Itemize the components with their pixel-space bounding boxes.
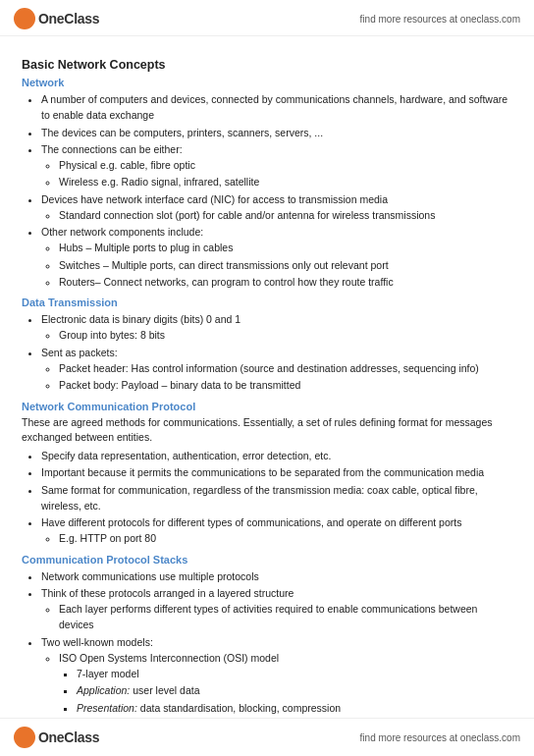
- layer-presentation: Presentation:: [77, 702, 137, 714]
- list-item: Routers– Connect networks, can program t…: [59, 274, 512, 290]
- footer: OneClass find more resources at oneclass…: [0, 718, 534, 756]
- osi-sublist: 7-layer model: [59, 666, 512, 681]
- list-item: Hubs – Multiple ports to plug in cables: [59, 240, 512, 255]
- list-item: Standard connection slot (port) for cabl…: [59, 207, 512, 223]
- section-title-cps: Communication Protocol Stacks: [22, 554, 512, 566]
- main-title: Basic Network Concepts: [22, 58, 512, 72]
- header-link: find more resources at oneclass.com: [360, 14, 520, 25]
- section-title-ncp: Network Communication Protocol: [22, 401, 512, 412]
- list-item: Devices have network interface card (NIC…: [41, 191, 512, 224]
- list-item: E.g. HTTP on port 80: [59, 530, 512, 546]
- footer-logo: OneClass: [14, 727, 99, 748]
- section-ncp: Network Communication Protocol These are…: [22, 401, 512, 547]
- data-transmission-list: Electronic data is binary digits (bits) …: [22, 311, 512, 393]
- section-title-data-transmission: Data Transmission: [22, 297, 512, 308]
- list-item: Specify data representation, authenticat…: [41, 448, 512, 463]
- list-item: Application: user level data: [77, 682, 512, 698]
- list-item: Switches – Multiple ports, can direct tr…: [59, 257, 512, 273]
- list-item: Group into bytes: 8 bits: [59, 327, 512, 343]
- list-item: The connections can be either: Physical …: [41, 141, 512, 190]
- layer-application: Application:: [77, 684, 130, 696]
- footer-logo-circle-icon: [14, 727, 35, 748]
- layered-sublist: Each layer performs different types of a…: [41, 601, 512, 633]
- main-content: Basic Network Concepts Network A number …: [0, 36, 534, 756]
- list-item: Important because it permits the communi…: [41, 464, 512, 480]
- network-list: A number of computers and devices, conne…: [22, 91, 512, 290]
- list-item: Same format for communication, regardles…: [41, 482, 512, 514]
- section-network: Network A number of computers and device…: [22, 77, 512, 290]
- logo-text: OneClass: [38, 11, 99, 27]
- list-item: Physical e.g. cable, fibre optic: [59, 157, 512, 173]
- footer-logo-text: OneClass: [38, 729, 99, 745]
- list-item: Packet body: Payload – binary data to be…: [59, 377, 512, 393]
- footer-link: find more resources at oneclass.com: [360, 732, 520, 743]
- list-item: 7-layer model: [77, 666, 512, 681]
- logo: OneClass: [14, 8, 99, 29]
- header: OneClass find more resources at oneclass…: [0, 0, 534, 36]
- list-item: Network communications use multiple prot…: [41, 568, 512, 584]
- list-item: Other network components include: Hubs –…: [41, 224, 512, 290]
- list-item: Presentation: data standardisation, bloc…: [77, 700, 512, 716]
- list-item: Sent as packets: Packet header: Has cont…: [41, 345, 512, 394]
- connections-sublist: Physical e.g. cable, fibre optic Wireles…: [41, 157, 512, 190]
- list-item: Have different protocols for different t…: [41, 514, 512, 547]
- list-item: Think of these protocols arranged in a l…: [41, 585, 512, 633]
- list-item: Packet header: Has control information (…: [59, 360, 512, 376]
- list-item: Wireless e.g. Radio signal, infrared, sa…: [59, 174, 512, 189]
- list-item: The devices can be computers, printers, …: [41, 125, 512, 140]
- ncp-list: Specify data representation, authenticat…: [22, 448, 512, 547]
- list-item: A number of computers and devices, conne…: [41, 91, 512, 124]
- packets-sublist: Packet header: Has control information (…: [41, 360, 512, 394]
- list-item: Each layer performs different types of a…: [59, 601, 512, 633]
- ncp-intro: These are agreed methods for communicati…: [22, 415, 512, 447]
- ports-sublist: E.g. HTTP on port 80: [41, 530, 512, 546]
- list-item: Electronic data is binary digits (bits) …: [41, 311, 512, 344]
- components-sublist: Hubs – Multiple ports to plug in cables …: [41, 240, 512, 290]
- section-data-transmission: Data Transmission Electronic data is bin…: [22, 297, 512, 393]
- nic-sublist: Standard connection slot (port) for cabl…: [41, 207, 512, 223]
- logo-circle-icon: [14, 8, 35, 29]
- section-title-network: Network: [22, 77, 512, 88]
- binary-sublist: Group into bytes: 8 bits: [41, 327, 512, 343]
